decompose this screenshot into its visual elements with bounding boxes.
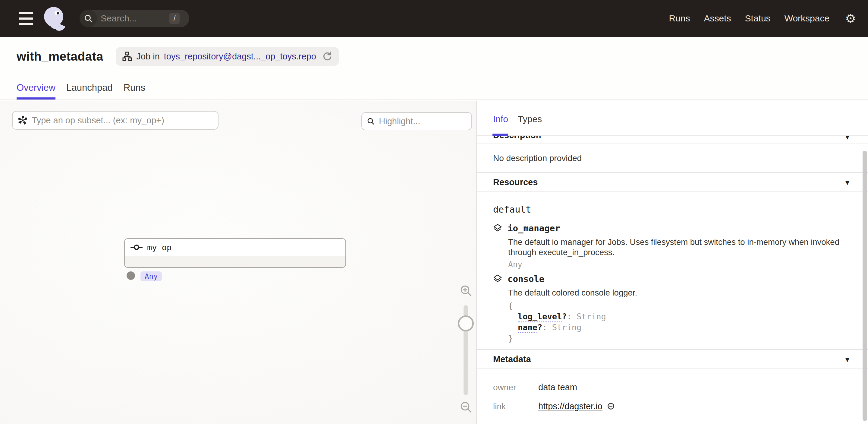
- config-field: name?: String: [508, 322, 850, 333]
- highlight-filter: [361, 112, 472, 130]
- global-search[interactable]: /: [80, 10, 189, 27]
- op-io-icon: [130, 243, 143, 251]
- navbar-links: Runs Assets Status Workspace ⚙: [669, 12, 856, 24]
- job-graph-icon: [122, 52, 132, 61]
- op-node-name: my_op: [147, 243, 172, 252]
- config-brace-open: {: [508, 300, 850, 311]
- op-node-my-op[interactable]: my_op: [124, 238, 346, 268]
- metadata-value: data team: [538, 383, 577, 392]
- nav-link-runs[interactable]: Runs: [669, 13, 690, 24]
- search-icon: [367, 117, 375, 126]
- search-shortcut-key: /: [169, 13, 180, 24]
- top-navbar: / Runs Assets Status Workspace ⚙: [0, 0, 868, 37]
- zoom-out-icon[interactable]: [459, 400, 472, 415]
- op-subset-input[interactable]: [32, 116, 213, 125]
- chevron-down-icon: ▾: [845, 355, 849, 364]
- hamburger-menu-icon[interactable]: [19, 12, 33, 25]
- link-icon[interactable]: [607, 402, 615, 412]
- page-header: with_metadata Job in toys_repository@dag…: [0, 37, 868, 100]
- active-tab-underline: [493, 133, 508, 136]
- config-key[interactable]: log_level: [518, 312, 562, 322]
- config-separator: :: [542, 323, 547, 332]
- resource-layers-icon: [493, 224, 502, 233]
- section-title: Description: [493, 136, 541, 140]
- panel-scroll-area[interactable]: Description ▾ No description provided Re…: [477, 135, 868, 424]
- section-header-metadata[interactable]: Metadata ▾: [477, 350, 868, 369]
- section-title: Resources: [493, 177, 538, 187]
- op-graph-canvas[interactable]: my_op Any: [0, 101, 476, 424]
- panel-scrollbar[interactable]: [863, 151, 867, 421]
- nav-link-assets[interactable]: Assets: [704, 13, 731, 24]
- panel-tabs: Info Types: [493, 114, 542, 124]
- metadata-link[interactable]: https://dagster.io: [538, 401, 602, 411]
- resource-item-io-manager: io_manager The default io manager for Jo…: [493, 223, 850, 269]
- job-location-badge: Job in toys_repository@dagst..._op_toys.…: [116, 47, 339, 66]
- resource-layers-icon: [493, 274, 502, 283]
- config-separator: :: [567, 312, 572, 321]
- op-output-connector[interactable]: [127, 271, 135, 280]
- settings-gear-icon[interactable]: ⚙: [845, 12, 856, 24]
- resources-content: default io_manager The default io manage…: [477, 192, 868, 350]
- resource-description: The default io manager for Jobs. Uses fi…: [508, 237, 840, 258]
- zoom-in-icon[interactable]: [459, 284, 472, 299]
- config-type: String: [552, 323, 582, 332]
- resource-description: The default colored console logger.: [508, 288, 840, 298]
- metadata-row-owner: owner data team: [493, 383, 850, 392]
- config-type: String: [577, 312, 606, 321]
- tab-runs[interactable]: Runs: [124, 82, 145, 99]
- resource-group-name: default: [493, 204, 850, 215]
- config-brace-close: }: [508, 333, 850, 344]
- resource-type: Any: [508, 260, 850, 269]
- panel-tab-types[interactable]: Types: [518, 114, 542, 124]
- op-selector-icon: [18, 115, 28, 125]
- refresh-icon[interactable]: [322, 51, 333, 62]
- chevron-down-icon: ▾: [845, 136, 849, 142]
- resource-name: console: [507, 274, 544, 284]
- nav-link-status[interactable]: Status: [745, 13, 771, 24]
- tab-overview[interactable]: Overview: [17, 82, 56, 99]
- metadata-row-link: link https://dagster.io: [493, 401, 850, 411]
- highlight-input[interactable]: [379, 116, 467, 126]
- job-badge-prefix: Job in: [136, 52, 159, 62]
- dagster-octopus-logo[interactable]: [40, 4, 68, 32]
- description-body: No description provided: [477, 144, 868, 173]
- config-key[interactable]: name: [518, 323, 537, 333]
- page-tabs: Overview Launchpad Runs: [17, 82, 145, 99]
- job-repo-link[interactable]: toys_repository@dagst..._op_toys.repo: [164, 52, 316, 62]
- op-details-panel: Info Types Description ▾ No description …: [476, 101, 868, 424]
- resource-item-console: console The default colored console logg…: [493, 274, 850, 344]
- chevron-down-icon: ▾: [845, 178, 849, 187]
- zoom-slider-thumb[interactable]: [458, 315, 474, 331]
- config-optional: ?: [537, 323, 542, 332]
- metadata-content: owner data team link https://dagster.io: [477, 369, 868, 411]
- dagster-app: / Runs Assets Status Workspace ⚙ with_me…: [0, 0, 868, 424]
- section-title: Metadata: [493, 354, 531, 364]
- section-header-description[interactable]: Description ▾: [477, 136, 868, 144]
- global-search-input[interactable]: [101, 13, 158, 24]
- config-schema: { log_level?: String name?: String }: [508, 300, 850, 344]
- op-output-type-badge[interactable]: Any: [141, 271, 162, 281]
- section-header-resources[interactable]: Resources ▾: [477, 173, 868, 192]
- op-subset-filter: [12, 111, 218, 130]
- config-optional: ?: [562, 312, 567, 321]
- metadata-key: owner: [493, 383, 538, 392]
- config-field: log_level?: String: [508, 311, 850, 322]
- tab-launchpad[interactable]: Launchpad: [66, 82, 113, 99]
- metadata-key: link: [493, 402, 538, 411]
- nav-link-workspace[interactable]: Workspace: [784, 13, 830, 24]
- page-title: with_metadata: [17, 50, 103, 64]
- panel-tab-info[interactable]: Info: [493, 114, 508, 124]
- resource-name: io_manager: [507, 223, 560, 234]
- search-icon: [80, 10, 97, 27]
